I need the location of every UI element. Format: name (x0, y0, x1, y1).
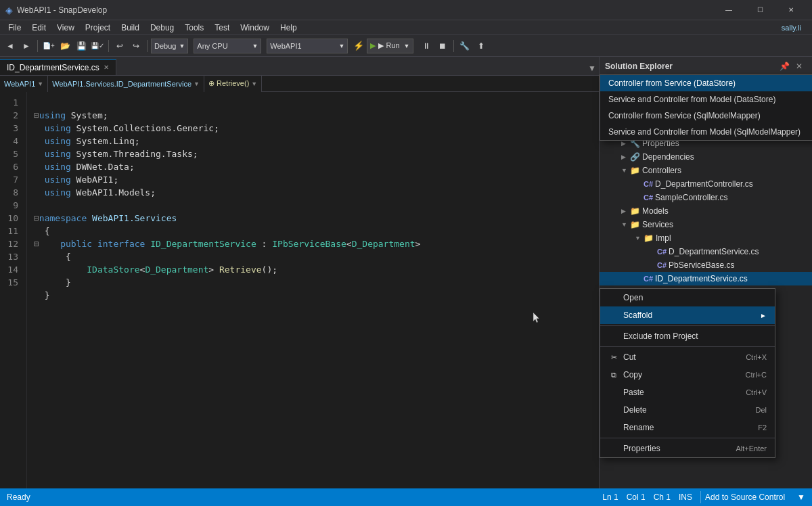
controllers-label: Controllers (642, 166, 681, 175)
se-pin-button[interactable]: 📌 (777, 59, 792, 74)
status-right: Ln 1 Col 1 Ch 1 INS Add to Source Contro… (602, 491, 805, 503)
menu-help[interactable]: Help (275, 22, 302, 34)
window-controls: — ☐ ✕ (713, 0, 807, 20)
source-control-button[interactable]: Add to Source Control (700, 491, 789, 503)
code-editor: 1 2 3 4 5 6 7 8 9 10 11 12 13 14 15 ⊟usi… (0, 92, 599, 488)
pb-service-base-label: PbServiceBase.cs (669, 260, 734, 270)
app-icon: ◈ (5, 5, 13, 16)
run-label: ▶ Run (378, 41, 399, 50)
menu-view[interactable]: View (51, 22, 80, 34)
cs-icon-2: C# (644, 193, 653, 202)
line-numbers: 1 2 3 4 5 6 7 8 9 10 11 12 13 14 15 (0, 92, 27, 488)
menu-build[interactable]: Build (116, 22, 145, 34)
breadcrumb-method[interactable]: ⊕ Retrieve() ▼ (204, 76, 262, 92)
tree-id-dept-service[interactable]: ▶ C# ID_DepartmentService.cs (600, 272, 812, 285)
editor-area: ID_DepartmentService.cs ✕ ▼ WebAPI1 ▼ We… (0, 57, 599, 488)
ctx-scaffold-arrow: ► (760, 312, 767, 319)
tree-controllers[interactable]: ▼ 📁 Controllers (600, 164, 812, 177)
menu-test[interactable]: Test (209, 22, 235, 34)
publish-button[interactable]: ⬆ (474, 39, 489, 53)
tree-d-dept-service[interactable]: ▶ C# D_DepartmentService.cs (600, 245, 812, 258)
breadcrumb-namespace[interactable]: WebAPI1 ▼ (0, 76, 48, 92)
debug-config-dropdown[interactable]: Debug ▼ (151, 39, 188, 53)
scaffold-controller-sqlmodel[interactable]: Controller from Service (SqlModelMapper) (600, 108, 812, 124)
services-label: Services (642, 220, 673, 229)
tree-services[interactable]: ▼ 📁 Services (600, 218, 812, 231)
back-button[interactable]: ◄ (3, 39, 18, 53)
ctx-scaffold-icon (608, 310, 619, 321)
undo-button[interactable]: ↩ (112, 39, 127, 53)
menu-project[interactable]: Project (80, 22, 116, 34)
ctx-delete-icon (608, 405, 619, 415)
cs-icon-4: C# (657, 261, 667, 269)
tree-sample-controller[interactable]: ▶ C# SampleController.cs (600, 191, 812, 204)
status-left: Ready (7, 492, 602, 502)
forward-button[interactable]: ► (19, 39, 34, 53)
platform-dropdown[interactable]: Any CPU ▼ (194, 39, 261, 53)
window-title: WebAPI1 - SnapDevelop (17, 5, 713, 15)
menu-window[interactable]: Window (235, 22, 275, 34)
maximize-button[interactable]: ☐ (744, 0, 775, 20)
breadcrumb-service[interactable]: WebAPI1.Services.ID_DepartmentService ▼ (48, 76, 204, 92)
ctx-rename[interactable]: Rename F2 (600, 419, 775, 436)
code-content[interactable]: ⊟using System; using System.Collections.… (27, 92, 599, 488)
tab-filename: ID_DepartmentService.cs (7, 63, 99, 72)
menu-tools[interactable]: Tools (179, 22, 209, 34)
cs-icon-3: C# (657, 248, 667, 256)
new-project-button[interactable]: 📄+ (41, 39, 56, 53)
scaffold-service-controller-datastore[interactable]: Service and Controller from Model (DataS… (600, 91, 812, 108)
ctx-sep-3 (600, 438, 775, 438)
stop-button[interactable]: ⏹ (435, 39, 450, 53)
open-button[interactable]: 📂 (58, 39, 72, 53)
run-dropdown[interactable]: ▶ ▶ Run ▼ (367, 39, 413, 53)
status-col: Col 1 (627, 492, 646, 502)
pause-button[interactable]: ⏸ (419, 39, 434, 53)
toolbar-sep-1 (37, 40, 38, 52)
source-control-arrow[interactable]: ▼ (797, 492, 805, 502)
tree-models[interactable]: ▶ 📁 Models (600, 204, 812, 218)
scaffold-controller-datastore[interactable]: Controller from Service (DataStore) (600, 75, 812, 91)
d-dept-controller-label: D_DepartmentController.cs (655, 179, 753, 189)
run-icon: ⚡ (353, 41, 364, 51)
status-ch: Ch 1 (654, 492, 671, 502)
se-header: Solution Explorer 📌 ✕ (600, 57, 812, 76)
redo-button[interactable]: ↪ (129, 39, 143, 53)
ctx-cut[interactable]: ✂ Cut Ctrl+X (600, 348, 775, 366)
toolbar-sep-2 (108, 40, 109, 52)
dependencies-label: Dependencies (642, 152, 694, 162)
ctx-paste[interactable]: Paste Ctrl+V (600, 384, 775, 401)
tree-pbservicebase[interactable]: ▶ C# PbServiceBase.cs (600, 258, 812, 272)
minimize-button[interactable]: — (713, 0, 744, 20)
ctx-cut-icon: ✂ (608, 352, 619, 363)
tools-button[interactable]: 🔧 (457, 39, 472, 53)
ctx-delete[interactable]: Delete Del (600, 401, 775, 419)
menu-file[interactable]: File (3, 22, 26, 34)
tab-list-button[interactable]: ▼ (585, 62, 599, 75)
sample-controller-label: SampleController.cs (655, 193, 727, 202)
close-button[interactable]: ✕ (775, 0, 807, 20)
menu-debug[interactable]: Debug (145, 22, 179, 34)
scaffold-service-controller-sqlmodel[interactable]: Service and Controller from Model (SqlMo… (600, 124, 812, 140)
ctx-copy[interactable]: ⧉ Copy Ctrl+C (600, 366, 775, 384)
save-button[interactable]: 💾 (74, 39, 89, 53)
ctx-exclude[interactable]: Exclude from Project (600, 327, 775, 345)
menu-bar: File Edit View Project Build Debug Tools… (0, 20, 812, 35)
id-dept-service-label: ID_DepartmentService.cs (655, 274, 748, 283)
toolbar-sep-4 (453, 40, 454, 52)
tab-close-button[interactable]: ✕ (104, 64, 109, 71)
ctx-properties[interactable]: Properties Alt+Enter (600, 440, 775, 457)
se-close-button[interactable]: ✕ (792, 59, 807, 74)
ctx-scaffold[interactable]: Scaffold ► (600, 306, 775, 324)
editor-tab-active[interactable]: ID_DepartmentService.cs ✕ (0, 59, 116, 75)
menu-edit[interactable]: Edit (26, 22, 51, 34)
dependencies-icon: 🔗 (630, 152, 640, 162)
toolbar: ◄ ► 📄+ 📂 💾 💾✓ ↩ ↪ Debug ▼ Any CPU ▼ WebA… (0, 35, 812, 57)
tree-d-dept-controller[interactable]: ▶ C# D_DepartmentController.cs (600, 177, 812, 191)
ctx-open[interactable]: Open (600, 289, 775, 306)
save-all-button[interactable]: 💾✓ (90, 39, 105, 53)
models-label: Models (642, 206, 669, 216)
tree-dependencies[interactable]: ▶ 🔗 Dependencies (600, 150, 812, 164)
project-dropdown[interactable]: WebAPI1 ▼ (267, 39, 348, 53)
controllers-folder-icon: 📁 (630, 166, 640, 175)
tree-impl[interactable]: ▼ 📁 Impl (600, 231, 812, 245)
